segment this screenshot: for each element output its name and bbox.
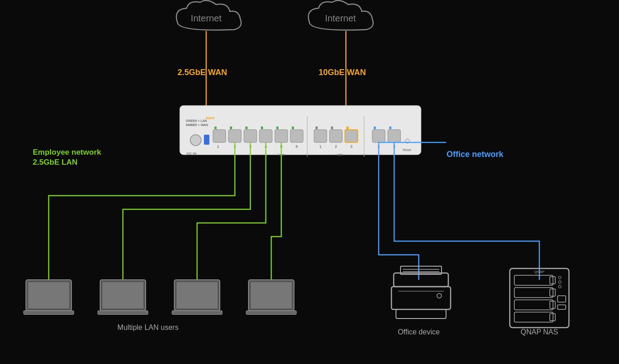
port-wan1 bbox=[213, 130, 226, 142]
svg-text:GREEN = LAN: GREEN = LAN bbox=[186, 119, 207, 122]
employee-network-label: Employee network bbox=[33, 148, 101, 157]
svg-text:6: 6 bbox=[295, 144, 298, 149]
wan-label-right: 10GbE WAN bbox=[319, 68, 366, 77]
svg-rect-34 bbox=[28, 282, 69, 308]
svg-text:2: 2 bbox=[377, 144, 380, 149]
port-4 bbox=[259, 130, 272, 142]
blue-line-nas bbox=[394, 142, 539, 280]
diagram-container: Internet Internet 2.5GbE WAN 10GbE WAN G… bbox=[0, 0, 619, 364]
svg-text:2.5G: 2.5G bbox=[278, 153, 284, 157]
cloud-left-shape bbox=[177, 0, 241, 30]
svg-rect-33 bbox=[26, 280, 71, 311]
svg-rect-63 bbox=[558, 305, 566, 309]
port-10g-1 bbox=[314, 130, 327, 142]
svg-text:1: 1 bbox=[319, 144, 321, 149]
svg-rect-45 bbox=[394, 273, 448, 287]
green-line-3 bbox=[197, 142, 266, 280]
port-10g-2 bbox=[330, 130, 342, 142]
svg-text:3: 3 bbox=[393, 144, 395, 149]
green-line-2 bbox=[123, 142, 250, 280]
office-device bbox=[391, 266, 451, 318]
svg-rect-38 bbox=[98, 311, 148, 314]
svg-rect-53 bbox=[510, 268, 569, 328]
svg-rect-59 bbox=[550, 289, 555, 296]
svg-rect-49 bbox=[391, 287, 451, 309]
svg-text:4: 4 bbox=[264, 144, 267, 149]
svg-rect-40 bbox=[177, 282, 218, 308]
svg-rect-22 bbox=[346, 126, 349, 129]
svg-rect-58 bbox=[550, 277, 555, 284]
svg-rect-37 bbox=[102, 282, 143, 308]
svg-rect-8 bbox=[245, 126, 248, 129]
svg-rect-61 bbox=[550, 313, 555, 321]
svg-point-30 bbox=[405, 139, 410, 143]
laptop-3 bbox=[172, 280, 222, 314]
svg-rect-18 bbox=[315, 126, 318, 129]
cloud-left-label: Internet bbox=[191, 13, 222, 23]
port-2 bbox=[228, 130, 241, 142]
laptop-2 bbox=[98, 280, 148, 314]
svg-text:2.5GbE LAN: 2.5GbE LAN bbox=[33, 158, 77, 167]
cloud-right-label: Internet bbox=[325, 13, 356, 23]
svg-rect-35 bbox=[24, 311, 74, 314]
svg-rect-28 bbox=[389, 126, 391, 129]
nas-device: QNAP bbox=[510, 268, 569, 328]
power-port bbox=[190, 135, 201, 146]
svg-rect-56 bbox=[514, 300, 553, 310]
svg-rect-41 bbox=[172, 311, 222, 314]
svg-point-52 bbox=[437, 293, 441, 298]
svg-rect-20 bbox=[331, 126, 333, 129]
svg-text:AMBER = WAN: AMBER = WAN bbox=[186, 123, 208, 126]
svg-rect-10 bbox=[261, 126, 263, 129]
svg-rect-50 bbox=[396, 309, 446, 318]
svg-text:3: 3 bbox=[249, 144, 251, 149]
svg-rect-36 bbox=[100, 280, 146, 311]
label-office-device: Office device bbox=[398, 328, 440, 336]
sfp-port-2 bbox=[372, 130, 385, 142]
svg-rect-57 bbox=[514, 312, 553, 322]
label-lan: Multiple LAN users bbox=[117, 324, 178, 331]
svg-text:DC IN: DC IN bbox=[187, 152, 197, 156]
svg-rect-42 bbox=[249, 280, 294, 311]
svg-rect-62 bbox=[558, 296, 566, 302]
office-network-label: Office network bbox=[446, 150, 504, 159]
svg-text:2: 2 bbox=[233, 144, 236, 149]
port-5 bbox=[275, 130, 288, 142]
svg-text:10G: 10G bbox=[337, 153, 343, 157]
port-6 bbox=[290, 130, 303, 142]
svg-rect-39 bbox=[174, 280, 220, 311]
svg-text:3: 3 bbox=[350, 144, 352, 149]
svg-point-67 bbox=[558, 285, 561, 288]
svg-rect-6 bbox=[230, 126, 232, 129]
cloud-right-shape bbox=[309, 0, 373, 30]
svg-rect-46 bbox=[401, 266, 441, 274]
svg-rect-44 bbox=[246, 311, 296, 314]
usb-port bbox=[204, 135, 209, 145]
blue-line-office bbox=[379, 142, 419, 280]
svg-text:5: 5 bbox=[280, 144, 282, 149]
label-nas: QNAP NAS bbox=[521, 328, 558, 336]
port-3 bbox=[244, 130, 257, 142]
svg-rect-55 bbox=[514, 288, 553, 298]
green-line-1 bbox=[49, 142, 235, 280]
router-body bbox=[180, 106, 421, 155]
svg-rect-60 bbox=[550, 301, 555, 308]
wan-label-left: 2.5GbE WAN bbox=[178, 68, 227, 77]
sfp-port-3 bbox=[388, 130, 401, 142]
green-line-4 bbox=[271, 142, 281, 280]
network-diagram-svg: Internet Internet 2.5GbE WAN 10GbE WAN G… bbox=[0, 0, 619, 364]
svg-text:QNAP: QNAP bbox=[534, 270, 545, 274]
port-10g-wan bbox=[345, 130, 358, 142]
svg-rect-54 bbox=[514, 275, 553, 285]
laptop-4 bbox=[246, 280, 296, 314]
svg-point-66 bbox=[558, 281, 561, 283]
svg-rect-43 bbox=[251, 282, 292, 308]
svg-rect-12 bbox=[276, 126, 279, 129]
svg-point-65 bbox=[558, 276, 561, 279]
svg-text:WAN: WAN bbox=[206, 116, 214, 120]
laptop-1 bbox=[24, 280, 74, 314]
svg-rect-14 bbox=[292, 126, 294, 129]
svg-rect-26 bbox=[374, 126, 376, 129]
svg-text:2: 2 bbox=[335, 144, 337, 149]
svg-rect-4 bbox=[214, 126, 217, 129]
